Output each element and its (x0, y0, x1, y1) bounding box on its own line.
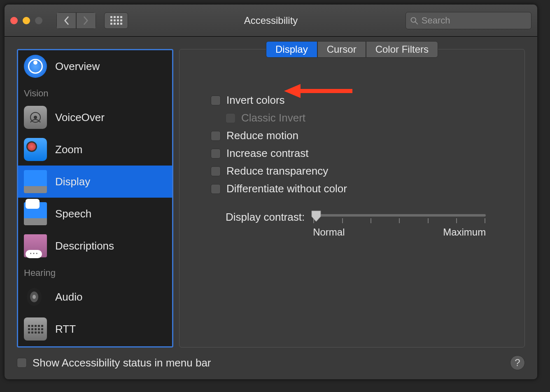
rtt-icon (24, 317, 47, 341)
accessibility-window: Accessibility Overview Vision VoiceOver … (4, 4, 538, 380)
reduce-motion-checkbox[interactable] (211, 131, 221, 141)
differentiate-without-color-checkbox[interactable] (211, 184, 221, 194)
window-controls (10, 17, 42, 24)
classic-invert-checkbox (226, 113, 235, 123)
sidebar-item-display[interactable]: Display (18, 166, 172, 198)
sidebar-section-hearing: Hearing (18, 262, 172, 281)
body: Overview Vision VoiceOver Zoom Display S… (5, 37, 537, 354)
descriptions-icon (24, 234, 47, 257)
zoom-window-button[interactable] (35, 17, 42, 24)
sidebar-item-zoom[interactable]: Zoom (18, 133, 172, 166)
sidebar-item-overview[interactable]: Overview (18, 50, 172, 82)
sidebar-item-voiceover[interactable]: VoiceOver (18, 101, 172, 133)
audio-icon (24, 285, 47, 308)
option-label: Reduce motion (226, 129, 298, 142)
speech-icon (24, 202, 47, 225)
question-mark-icon: ? (515, 357, 520, 369)
option-label: Show Accessibility status in menu bar (33, 357, 211, 369)
option-label: Reduce transparency (226, 165, 328, 177)
nav-buttons (56, 12, 96, 29)
tab-cursor[interactable]: Cursor (317, 41, 366, 58)
options-group: Invert colors Classic Invert Reduce moti… (211, 94, 508, 195)
show-all-prefs-button[interactable] (104, 12, 128, 29)
slider-range-labels: Normal Maximum (313, 226, 486, 238)
sidebar-item-label: Audio (55, 291, 83, 303)
sidebar-section-vision: Vision (18, 82, 172, 101)
reduce-transparency-checkbox[interactable] (211, 166, 221, 176)
display-contrast-slider[interactable]: Normal Maximum (313, 210, 486, 238)
invert-colors-checkbox[interactable] (211, 96, 221, 105)
grid-icon (110, 16, 122, 25)
voiceover-icon (24, 106, 47, 129)
back-button[interactable] (56, 12, 76, 29)
chevron-left-icon (63, 16, 70, 25)
search-icon (410, 16, 418, 25)
chevron-right-icon (83, 16, 89, 25)
option-increase-contrast: Increase contrast (211, 147, 508, 160)
menubar-status-checkbox[interactable] (17, 358, 27, 368)
slider-track (313, 214, 486, 217)
slider-label: Display contrast: (226, 210, 305, 224)
annotation-arrow (282, 81, 357, 103)
footer: Show Accessibility status in menu bar ? (5, 354, 537, 379)
minimize-window-button[interactable] (23, 17, 30, 24)
display-icon (24, 170, 47, 193)
option-label: Increase contrast (226, 147, 308, 160)
option-label: Invert colors (226, 94, 285, 107)
svg-point-6 (33, 295, 36, 299)
sidebar-item-label: Speech (55, 208, 91, 220)
close-window-button[interactable] (10, 17, 18, 24)
option-classic-invert: Classic Invert (226, 112, 508, 124)
svg-marker-8 (284, 84, 301, 98)
search-field-wrap[interactable] (406, 12, 531, 29)
menubar-status-option: Show Accessibility status in menu bar (17, 357, 211, 369)
tab-bar: Display Cursor Color Filters (266, 41, 438, 58)
sidebar-item-label: Overview (55, 60, 100, 73)
sidebar-item-label: Display (55, 175, 90, 188)
sidebar-item-label: Zoom (55, 143, 82, 156)
sidebar[interactable]: Overview Vision VoiceOver Zoom Display S… (17, 49, 173, 348)
sidebar-item-speech[interactable]: Speech (18, 198, 172, 230)
forward-button[interactable] (76, 12, 96, 29)
option-label: Differentiate without color (226, 182, 347, 195)
content-panel: Display Cursor Color Filters Invert colo… (179, 49, 525, 348)
option-invert-colors: Invert colors (211, 94, 508, 107)
slider-min-label: Normal (313, 226, 345, 238)
option-reduce-transparency: Reduce transparency (211, 165, 508, 177)
option-reduce-motion: Reduce motion (211, 129, 508, 142)
help-button[interactable]: ? (510, 355, 525, 370)
display-contrast-section: Display contrast: Normal Maximum (226, 210, 508, 238)
sidebar-item-label: Descriptions (55, 240, 114, 252)
tab-display[interactable]: Display (266, 41, 317, 58)
tab-color-filters[interactable]: Color Filters (366, 41, 438, 58)
svg-line-1 (415, 21, 417, 24)
increase-contrast-checkbox[interactable] (211, 149, 221, 159)
sidebar-item-rtt[interactable]: RTT (18, 313, 172, 345)
svg-point-3 (34, 116, 37, 119)
slider-max-label: Maximum (443, 226, 486, 238)
titlebar: Accessibility (5, 5, 537, 37)
option-differentiate-without-color: Differentiate without color (211, 182, 508, 195)
sidebar-item-label: RTT (55, 323, 76, 336)
zoom-icon (24, 138, 47, 161)
slider-ticks (313, 218, 486, 223)
window-title: Accessibility (244, 15, 298, 26)
sidebar-item-label: VoiceOver (55, 111, 105, 124)
slider-knob[interactable] (311, 210, 322, 222)
accessibility-icon (24, 55, 47, 78)
sidebar-item-audio[interactable]: Audio (18, 281, 172, 313)
search-input[interactable] (422, 15, 527, 26)
option-label: Classic Invert (241, 112, 305, 124)
sidebar-item-descriptions[interactable]: Descriptions (18, 230, 172, 262)
